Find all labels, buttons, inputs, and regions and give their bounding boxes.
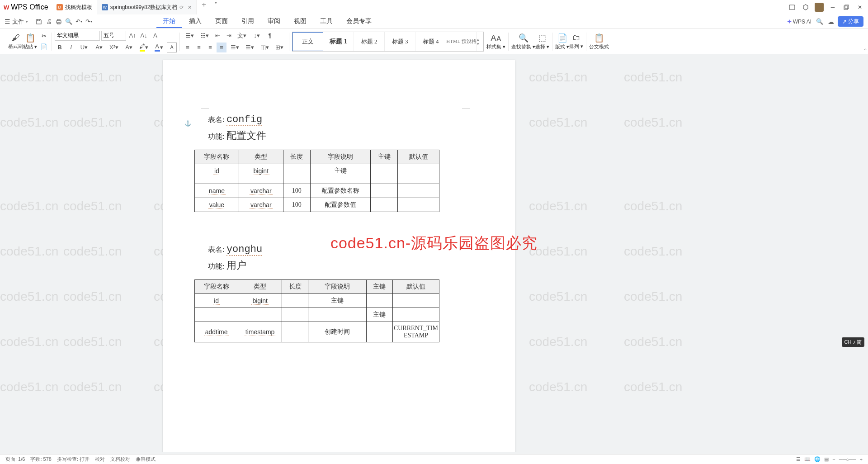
font-size-select[interactable] — [101, 31, 126, 41]
copy-icon[interactable]: 📄 — [39, 42, 49, 52]
borders-button[interactable]: ⊞▾ — [273, 43, 286, 52]
tab-menu-button[interactable]: ▾ — [211, 0, 221, 14]
collapse-ribbon-icon[interactable]: ⌃ — [863, 48, 867, 53]
outline-mode-icon[interactable]: ▤ — [824, 456, 829, 462]
find-replace-button[interactable]: 🔍查找替换 ▾ — [511, 33, 535, 50]
select-button[interactable]: ⬚选择 ▾ — [535, 33, 549, 50]
status-page[interactable]: 页面: 1/6 — [5, 456, 25, 463]
style-h4[interactable]: 标题 4 — [415, 32, 446, 51]
arrange-button[interactable]: 🗂排列 ▾ — [569, 33, 583, 50]
table-row: 主键 — [195, 308, 439, 322]
style-h2[interactable]: 标题 2 — [354, 32, 385, 51]
font-color-button[interactable]: A▾ — [152, 43, 165, 52]
bold-button[interactable]: B — [55, 43, 65, 52]
zoom-slider[interactable]: ──○── — [839, 457, 856, 462]
redo-button[interactable]: ↷▾ — [84, 17, 93, 26]
decrease-font-icon[interactable]: A↓ — [139, 31, 149, 41]
font-effects-button[interactable]: A▾ — [122, 43, 136, 52]
status-spell[interactable]: 拼写检查: 打开 — [57, 456, 90, 463]
minimize-button[interactable]: ─ — [826, 1, 839, 13]
table-header: 长度 — [283, 150, 310, 164]
file-menu[interactable]: ☰ 文件 ▾ — [5, 18, 28, 26]
gov-mode-button[interactable]: 📋公文模式 — [589, 33, 609, 50]
increase-indent-button[interactable]: ⇥ — [224, 31, 234, 41]
align-center-button[interactable]: ≡ — [194, 43, 204, 52]
font-family-select[interactable] — [55, 31, 100, 41]
ime-indicator[interactable]: CH ♪ 简 — [842, 337, 865, 347]
style-scroll-down[interactable]: ▾ — [477, 42, 483, 46]
menu-view[interactable]: 视图 — [288, 15, 313, 28]
menu-tools[interactable]: 工具 — [314, 15, 339, 28]
clear-format-icon[interactable]: A̶ — [150, 31, 160, 41]
menu-vip[interactable]: 会员专享 — [340, 15, 378, 28]
bullets-button[interactable]: ☰▾ — [183, 31, 196, 41]
zoom-out-icon[interactable]: − — [832, 457, 835, 462]
cut-icon[interactable]: ✂ — [39, 31, 49, 41]
view-mode-icon[interactable]: ☰ — [796, 456, 801, 462]
status-words[interactable]: 字数: 578 — [30, 456, 51, 463]
increase-font-icon[interactable]: A↑ — [127, 31, 137, 41]
svg-rect-0 — [789, 5, 795, 9]
align-right-button[interactable]: ≡ — [205, 43, 215, 52]
undo-button[interactable]: ↶▾ — [74, 17, 83, 26]
tablet-mode-icon[interactable] — [786, 1, 798, 13]
reading-mode-icon[interactable]: 📖 — [804, 456, 811, 462]
underline-button[interactable]: U▾ — [77, 43, 91, 52]
superscript-button[interactable]: X²▾ — [107, 43, 121, 52]
menu-review[interactable]: 审阅 — [261, 15, 287, 28]
menu-start[interactable]: 开始 — [156, 15, 182, 28]
user-avatar[interactable] — [813, 1, 826, 13]
text-direction-button[interactable]: 文▾ — [235, 31, 249, 41]
phonetic-guide-button[interactable]: A — [167, 43, 177, 52]
new-tab-button[interactable]: ＋ — [197, 0, 211, 14]
style-normal[interactable]: 正文 — [292, 32, 323, 51]
menu-insert[interactable]: 插入 — [183, 15, 208, 28]
menu-reference[interactable]: 引用 — [235, 15, 260, 28]
layout-button[interactable]: 📄版式 ▾ — [555, 33, 569, 50]
align-left-button[interactable]: ≡ — [183, 43, 193, 52]
close-button[interactable]: ✕ — [854, 1, 866, 13]
table-header: 主键 — [366, 280, 392, 294]
wps-ai-button[interactable]: ✦WPS AI — [787, 19, 811, 25]
cloud-icon[interactable]: ☁ — [828, 18, 834, 25]
distribute-button[interactable]: ☰▾ — [228, 43, 241, 52]
style-h1[interactable]: 标题 1 — [323, 32, 354, 51]
zoom-in-icon[interactable]: + — [860, 457, 863, 462]
apps-icon[interactable] — [799, 1, 812, 13]
status-proof[interactable]: 校对 — [95, 456, 105, 463]
styleset-button[interactable]: Aᴀ样式集 ▾ — [486, 33, 505, 50]
print-preview-icon[interactable]: 🔍 — [64, 17, 73, 26]
save-icon[interactable] — [34, 17, 43, 26]
align-justify-button[interactable]: ≡ — [217, 43, 226, 52]
menu-page[interactable]: 页面 — [209, 15, 234, 28]
watermark: code51.cn — [529, 335, 587, 349]
strikethrough-button[interactable]: A▾ — [92, 43, 106, 52]
search-icon[interactable]: 🔍 — [815, 17, 824, 26]
style-scroll-up[interactable]: ▴ — [477, 37, 483, 42]
paste-button[interactable]: 📋粘贴 ▾ — [23, 33, 37, 50]
style-html[interactable]: HTML 预设格 — [446, 32, 477, 51]
decrease-indent-button[interactable]: ⇤ — [212, 31, 222, 41]
status-doc-proof[interactable]: 文档校对 — [110, 456, 130, 463]
status-compat[interactable]: 兼容模式 — [136, 456, 156, 463]
numbering-button[interactable]: ☷▾ — [198, 31, 211, 41]
web-mode-icon[interactable]: 🌐 — [814, 456, 821, 462]
italic-button[interactable]: I — [66, 43, 76, 52]
tab-document[interactable]: W springboot99y82数据库文档 ⟳ ✕ — [97, 0, 197, 14]
maximize-button[interactable] — [840, 1, 853, 13]
shading-button[interactable]: ◫▾ — [258, 43, 271, 52]
watermark: code51.cn — [63, 115, 122, 130]
show-marks-button[interactable]: ¶ — [265, 31, 275, 41]
export-icon[interactable]: 🖨 — [44, 17, 53, 26]
tab-template[interactable]: D 找稿壳模板 — [52, 0, 97, 14]
line-spacing-button[interactable]: ↕▾ — [250, 31, 264, 41]
format-painter-button[interactable]: 🖌格式刷 — [8, 33, 23, 50]
style-h3[interactable]: 标题 3 — [385, 32, 415, 51]
print-icon[interactable] — [54, 17, 63, 26]
paragraph-spacing-button[interactable]: ☰▾ — [243, 43, 256, 52]
share-button[interactable]: ↗ 分享 — [838, 16, 863, 27]
watermark: code51.cn — [63, 335, 122, 349]
workspace[interactable]: code51.cncode51.cncode51.cncode51.cncode… — [0, 54, 868, 452]
close-tab-icon[interactable]: ✕ — [188, 5, 192, 10]
highlight-button[interactable]: 🖍▾ — [137, 43, 151, 52]
